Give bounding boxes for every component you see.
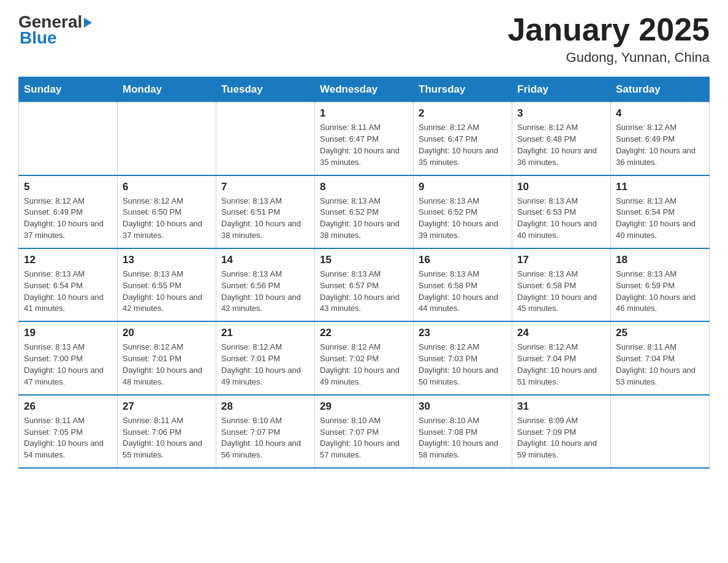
calendar-week-row: 19Sunrise: 8:13 AM Sunset: 7:00 PM Dayli… <box>19 321 710 394</box>
day-info: Sunrise: 8:12 AM Sunset: 6:49 PM Dayligh… <box>24 196 112 242</box>
calendar-cell: 18Sunrise: 8:13 AM Sunset: 6:59 PM Dayli… <box>611 248 710 321</box>
day-number: 26 <box>24 400 112 413</box>
calendar-cell: 19Sunrise: 8:13 AM Sunset: 7:00 PM Dayli… <box>19 321 118 394</box>
calendar-cell: 21Sunrise: 8:12 AM Sunset: 7:01 PM Dayli… <box>216 321 315 394</box>
page-header: General Blue January 2025 Gudong, Yunnan… <box>18 12 710 66</box>
day-info: Sunrise: 8:12 AM Sunset: 7:03 PM Dayligh… <box>419 342 507 388</box>
calendar-cell: 13Sunrise: 8:13 AM Sunset: 6:55 PM Dayli… <box>118 248 216 321</box>
calendar-header-row: SundayMondayTuesdayWednesdayThursdayFrid… <box>19 77 710 102</box>
logo: General Blue <box>18 12 92 48</box>
day-number: 15 <box>320 254 408 266</box>
day-info: Sunrise: 8:12 AM Sunset: 7:01 PM Dayligh… <box>123 342 211 388</box>
day-number: 3 <box>517 107 605 120</box>
calendar-week-row: 5Sunrise: 8:12 AM Sunset: 6:49 PM Daylig… <box>19 175 710 248</box>
day-info: Sunrise: 8:13 AM Sunset: 6:53 PM Dayligh… <box>517 196 605 242</box>
calendar-day-header: Friday <box>512 77 611 102</box>
calendar-cell: 27Sunrise: 8:11 AM Sunset: 7:06 PM Dayli… <box>118 395 216 468</box>
calendar-cell: 8Sunrise: 8:13 AM Sunset: 6:52 PM Daylig… <box>315 175 414 248</box>
day-info: Sunrise: 8:12 AM Sunset: 6:49 PM Dayligh… <box>616 122 704 168</box>
calendar-cell: 23Sunrise: 8:12 AM Sunset: 7:03 PM Dayli… <box>414 321 512 394</box>
calendar-day-header: Tuesday <box>216 77 315 102</box>
day-info: Sunrise: 8:12 AM Sunset: 6:47 PM Dayligh… <box>419 122 507 168</box>
calendar-cell: 28Sunrise: 8:10 AM Sunset: 7:07 PM Dayli… <box>216 395 315 468</box>
calendar-day-header: Sunday <box>19 77 118 102</box>
day-number: 31 <box>517 400 605 413</box>
calendar-cell <box>19 102 118 175</box>
day-info: Sunrise: 8:13 AM Sunset: 6:55 PM Dayligh… <box>123 269 211 315</box>
day-number: 24 <box>517 327 605 339</box>
day-info: Sunrise: 8:13 AM Sunset: 6:54 PM Dayligh… <box>616 196 704 242</box>
calendar-cell <box>118 102 216 175</box>
calendar-week-row: 26Sunrise: 8:11 AM Sunset: 7:05 PM Dayli… <box>19 395 710 468</box>
calendar-cell: 7Sunrise: 8:13 AM Sunset: 6:51 PM Daylig… <box>216 175 315 248</box>
calendar-cell: 26Sunrise: 8:11 AM Sunset: 7:05 PM Dayli… <box>19 395 118 468</box>
calendar-cell: 22Sunrise: 8:12 AM Sunset: 7:02 PM Dayli… <box>315 321 414 394</box>
calendar-day-header: Monday <box>118 77 216 102</box>
calendar-cell: 6Sunrise: 8:12 AM Sunset: 6:50 PM Daylig… <box>118 175 216 248</box>
day-info: Sunrise: 8:10 AM Sunset: 7:07 PM Dayligh… <box>221 415 309 461</box>
calendar-cell: 24Sunrise: 8:12 AM Sunset: 7:04 PM Dayli… <box>512 321 611 394</box>
calendar-cell: 9Sunrise: 8:13 AM Sunset: 6:52 PM Daylig… <box>414 175 512 248</box>
calendar-cell: 2Sunrise: 8:12 AM Sunset: 6:47 PM Daylig… <box>414 102 512 175</box>
day-number: 11 <box>616 181 704 193</box>
day-info: Sunrise: 8:11 AM Sunset: 7:06 PM Dayligh… <box>123 415 211 461</box>
day-number: 22 <box>320 327 408 339</box>
calendar-cell: 20Sunrise: 8:12 AM Sunset: 7:01 PM Dayli… <box>118 321 216 394</box>
day-info: Sunrise: 8:12 AM Sunset: 7:02 PM Dayligh… <box>320 342 408 388</box>
day-number: 28 <box>221 400 309 413</box>
page-title: January 2025 <box>507 12 710 47</box>
day-number: 4 <box>616 107 704 120</box>
day-number: 9 <box>419 181 507 193</box>
day-number: 7 <box>221 181 309 193</box>
calendar-cell: 5Sunrise: 8:12 AM Sunset: 6:49 PM Daylig… <box>19 175 118 248</box>
day-info: Sunrise: 8:11 AM Sunset: 7:05 PM Dayligh… <box>24 415 112 461</box>
page-subtitle: Gudong, Yunnan, China <box>507 50 710 66</box>
day-number: 29 <box>320 400 408 413</box>
calendar-cell: 4Sunrise: 8:12 AM Sunset: 6:49 PM Daylig… <box>611 102 710 175</box>
day-info: Sunrise: 8:12 AM Sunset: 6:48 PM Dayligh… <box>517 122 605 168</box>
day-info: Sunrise: 8:12 AM Sunset: 6:50 PM Dayligh… <box>123 196 211 242</box>
day-number: 17 <box>517 254 605 266</box>
day-number: 8 <box>320 181 408 193</box>
day-number: 19 <box>24 327 112 339</box>
day-number: 20 <box>123 327 211 339</box>
calendar-cell: 11Sunrise: 8:13 AM Sunset: 6:54 PM Dayli… <box>611 175 710 248</box>
day-number: 2 <box>419 107 507 120</box>
day-info: Sunrise: 8:10 AM Sunset: 7:07 PM Dayligh… <box>320 415 408 461</box>
day-info: Sunrise: 8:11 AM Sunset: 6:47 PM Dayligh… <box>320 122 408 168</box>
day-info: Sunrise: 8:13 AM Sunset: 6:59 PM Dayligh… <box>616 269 704 315</box>
day-number: 16 <box>419 254 507 266</box>
day-number: 30 <box>419 400 507 413</box>
calendar-cell: 17Sunrise: 8:13 AM Sunset: 6:58 PM Dayli… <box>512 248 611 321</box>
calendar-cell: 3Sunrise: 8:12 AM Sunset: 6:48 PM Daylig… <box>512 102 611 175</box>
day-number: 13 <box>123 254 211 266</box>
day-info: Sunrise: 8:12 AM Sunset: 7:04 PM Dayligh… <box>517 342 605 388</box>
day-info: Sunrise: 8:13 AM Sunset: 6:52 PM Dayligh… <box>320 196 408 242</box>
day-info: Sunrise: 8:10 AM Sunset: 7:08 PM Dayligh… <box>419 415 507 461</box>
calendar-day-header: Saturday <box>611 77 710 102</box>
day-info: Sunrise: 8:11 AM Sunset: 7:04 PM Dayligh… <box>616 342 704 388</box>
day-number: 21 <box>221 327 309 339</box>
day-info: Sunrise: 8:13 AM Sunset: 6:56 PM Dayligh… <box>221 269 309 315</box>
calendar-cell: 25Sunrise: 8:11 AM Sunset: 7:04 PM Dayli… <box>611 321 710 394</box>
calendar-cell: 29Sunrise: 8:10 AM Sunset: 7:07 PM Dayli… <box>315 395 414 468</box>
calendar-week-row: 12Sunrise: 8:13 AM Sunset: 6:54 PM Dayli… <box>19 248 710 321</box>
day-info: Sunrise: 8:13 AM Sunset: 6:58 PM Dayligh… <box>419 269 507 315</box>
day-info: Sunrise: 8:12 AM Sunset: 7:01 PM Dayligh… <box>221 342 309 388</box>
calendar-cell: 30Sunrise: 8:10 AM Sunset: 7:08 PM Dayli… <box>414 395 512 468</box>
calendar-week-row: 1Sunrise: 8:11 AM Sunset: 6:47 PM Daylig… <box>19 102 710 175</box>
day-number: 27 <box>123 400 211 413</box>
calendar-cell: 31Sunrise: 8:09 AM Sunset: 7:09 PM Dayli… <box>512 395 611 468</box>
calendar-cell: 14Sunrise: 8:13 AM Sunset: 6:56 PM Dayli… <box>216 248 315 321</box>
calendar-cell: 16Sunrise: 8:13 AM Sunset: 6:58 PM Dayli… <box>414 248 512 321</box>
day-number: 12 <box>24 254 112 266</box>
day-number: 25 <box>616 327 704 339</box>
calendar-table: SundayMondayTuesdayWednesdayThursdayFrid… <box>18 77 710 469</box>
title-block: January 2025 Gudong, Yunnan, China <box>507 12 710 66</box>
day-info: Sunrise: 8:13 AM Sunset: 6:58 PM Dayligh… <box>517 269 605 315</box>
day-number: 1 <box>320 107 408 120</box>
day-info: Sunrise: 8:13 AM Sunset: 6:52 PM Dayligh… <box>419 196 507 242</box>
day-number: 14 <box>221 254 309 266</box>
day-number: 6 <box>123 181 211 193</box>
day-number: 18 <box>616 254 704 266</box>
